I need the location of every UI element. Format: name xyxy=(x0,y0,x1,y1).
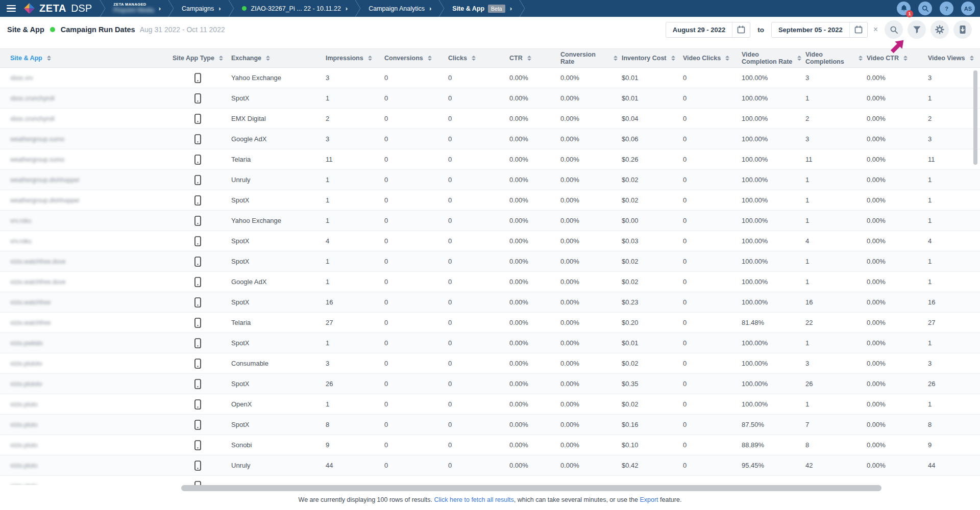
site-cell: xbox.crunchyroll xyxy=(10,115,55,122)
breadcrumb-item-campaigns[interactable]: Campaigns › xyxy=(175,5,228,12)
sort-icon[interactable] xyxy=(725,56,729,61)
table-row[interactable]: vizio.plutoUnruly44000.00%0.00%$0.42095.… xyxy=(0,455,980,476)
sort-icon[interactable] xyxy=(903,56,908,61)
zeta-dsp-logo[interactable]: ZETA DSP xyxy=(23,3,92,14)
table-row[interactable]: xbox.crunchyrollSpotX1000.00%0.00%$0.010… xyxy=(0,88,980,109)
column-header-video-clicks[interactable]: Video Clicks xyxy=(679,55,738,62)
breadcrumb-item-site-app[interactable]: Site & App Beta › xyxy=(446,5,519,13)
column-header-conversions[interactable]: Conversions xyxy=(380,55,444,62)
table-row[interactable]: vizio.watchfreeTelaria27000.00%0.00%$0.2… xyxy=(0,313,980,333)
metric-cell: 0.00% xyxy=(505,94,556,102)
column-header-exchange[interactable]: Exchange xyxy=(227,55,322,62)
column-header-video-views[interactable]: Video Views xyxy=(924,55,980,62)
breadcrumb-item-campaign[interactable]: ZIAO-32267_Pi ... 22 - 10.11.22 › xyxy=(235,5,355,12)
user-avatar[interactable]: AS xyxy=(961,2,975,15)
fetch-all-link[interactable]: Click here to fetch all results xyxy=(434,496,513,503)
export-link[interactable]: Export xyxy=(640,496,658,503)
table-search-button[interactable] xyxy=(885,20,903,39)
hamburger-menu-icon[interactable] xyxy=(0,0,22,17)
table-row-partial[interactable]: vizio.pluto xyxy=(0,476,980,485)
table-row[interactable]: vizio.watchfree.doveSpotX1000.00%0.00%$0… xyxy=(0,251,980,272)
table-row[interactable]: vizio.plutotvSpotX26000.00%0.00%$0.35010… xyxy=(0,374,980,394)
clear-dates-button[interactable]: × xyxy=(873,25,878,34)
date-to-input[interactable]: September 05 - 2022 xyxy=(771,22,868,38)
sort-icon[interactable] xyxy=(614,56,618,61)
metric-cell: 2 xyxy=(801,115,863,122)
table-row[interactable]: vrv.rokuSpotX4000.00%0.00%$0.030100.00%4… xyxy=(0,231,980,251)
table-row[interactable]: weathergroup.dishhopperSpotX1000.00%0.00… xyxy=(0,190,980,211)
sort-icon[interactable] xyxy=(428,56,432,61)
global-search-button[interactable] xyxy=(918,2,932,15)
metric-cell: 7 xyxy=(801,421,863,428)
spacer xyxy=(0,42,980,48)
table-row[interactable]: xbox.crunchyrollEMX Digital2000.00%0.00%… xyxy=(0,109,980,129)
table-row[interactable]: weathergroup.sumoTelaria11000.00%0.00%$0… xyxy=(0,149,980,170)
table-row[interactable]: xbox.vrvYahoo Exchange3000.00%0.00%$0.01… xyxy=(0,68,980,88)
table-row[interactable]: vizio.plutoSonobi9000.00%0.00%$0.10088.8… xyxy=(0,435,980,455)
table-row[interactable]: vizio.plutoSpotX8000.00%0.00%$0.16087.50… xyxy=(0,415,980,435)
horizontal-scrollbar-thumb[interactable] xyxy=(181,485,881,491)
sort-icon[interactable] xyxy=(266,56,270,61)
table-row[interactable]: weathergroup.dishhopperUnruly1000.00%0.0… xyxy=(0,170,980,190)
help-button[interactable]: ? xyxy=(940,2,953,15)
site-cell: xbox.crunchyroll xyxy=(10,95,55,102)
site-app-type-cell xyxy=(168,318,227,328)
metric-cell: 0 xyxy=(380,196,444,204)
column-header-impressions[interactable]: Impressions xyxy=(322,55,380,62)
metric-cell: 0 xyxy=(380,319,444,326)
filter-button[interactable] xyxy=(908,20,926,39)
table-row[interactable]: weathergroup.sumoGoogle AdX3000.00%0.00%… xyxy=(0,129,980,149)
metric-cell: 0 xyxy=(380,441,444,449)
calendar-icon[interactable] xyxy=(849,22,867,37)
column-header-site-app-type[interactable]: Site App Type xyxy=(168,55,227,62)
exchange-cell: OpenX xyxy=(227,400,322,408)
export-button[interactable] xyxy=(953,20,972,39)
sort-icon[interactable] xyxy=(472,56,476,61)
metric-cell: 22 xyxy=(801,319,863,326)
table-row[interactable]: vizio.plutotvConsumable3000.00%0.00%$0.0… xyxy=(0,353,980,374)
column-header-video-ctr[interactable]: Video CTR xyxy=(863,55,924,62)
date-from-input[interactable]: August 29 - 2022 xyxy=(666,22,750,38)
table-row[interactable]: vizio.plutoOpenX1000.00%0.00%$0.020100.0… xyxy=(0,394,980,415)
sort-icon[interactable] xyxy=(671,56,675,61)
metric-cell: 0 xyxy=(679,421,738,428)
sort-icon[interactable] xyxy=(797,56,801,61)
column-header-site-app[interactable]: Site & App xyxy=(0,55,168,62)
calendar-icon[interactable] xyxy=(732,22,750,37)
sort-icon[interactable] xyxy=(527,56,531,61)
column-header-ctr[interactable]: CTR xyxy=(505,55,556,62)
breadcrumb-separator xyxy=(519,0,526,17)
table-row[interactable]: vizio.pwkidsSpotX1000.00%0.00%$0.010100.… xyxy=(0,333,980,353)
sort-icon[interactable] xyxy=(859,56,863,61)
metric-cell: 0.00% xyxy=(556,360,618,367)
sort-icon[interactable] xyxy=(970,56,974,61)
mobile-phone-icon xyxy=(194,93,201,104)
exchange-cell: SpotX xyxy=(227,258,322,265)
metric-cell: 4 xyxy=(801,237,863,245)
column-header-video-completions[interactable]: Video Completions xyxy=(801,51,863,65)
vertical-scrollbar-thumb[interactable] xyxy=(973,70,977,165)
notifications-button[interactable]: 1 xyxy=(897,2,911,15)
metric-cell: 0 xyxy=(679,135,738,143)
table-row[interactable]: vizio.watchfree.doveGoogle AdX1000.00%0.… xyxy=(0,272,980,292)
metric-cell: 0 xyxy=(380,298,444,306)
column-header-video-completion-rate[interactable]: Video Completion Rate xyxy=(738,51,801,65)
sort-icon[interactable] xyxy=(47,56,51,61)
column-header-inventory-cost[interactable]: Inventory Cost xyxy=(618,55,679,62)
mobile-phone-icon xyxy=(194,338,201,348)
column-header-conversion-rate[interactable]: Conversion Rate xyxy=(556,51,618,65)
sort-icon[interactable] xyxy=(368,56,372,61)
metric-cell: 0.00% xyxy=(505,278,556,286)
site-app-type-cell xyxy=(168,420,227,430)
breadcrumb-item-advertiser[interactable]: ZETA MANAGED Pinpoint Media › xyxy=(107,3,167,14)
breadcrumb-item-campaign-analytics[interactable]: Campaign Analytics › xyxy=(362,5,438,12)
metric-cell: 0.00% xyxy=(556,237,618,245)
metric-cell: 1 xyxy=(801,339,863,347)
column-header-clicks[interactable]: Clicks xyxy=(444,55,505,62)
sort-icon[interactable] xyxy=(219,56,223,61)
settings-button[interactable] xyxy=(930,20,949,39)
metric-cell: 100.00% xyxy=(738,258,801,265)
table-row[interactable]: vizio.watchfreeSpotX16000.00%0.00%$0.230… xyxy=(0,292,980,313)
metric-cell: 0 xyxy=(380,237,444,245)
table-row[interactable]: vrv.rokuYahoo Exchange1000.00%0.00%$0.00… xyxy=(0,211,980,231)
